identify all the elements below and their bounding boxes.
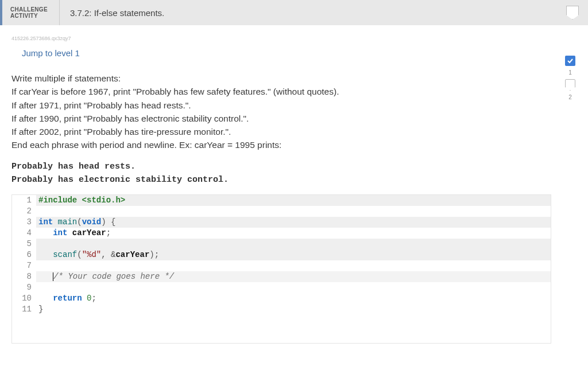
- code-text[interactable]: /* Your code goes here */: [36, 271, 174, 282]
- code-text[interactable]: [36, 282, 38, 293]
- code-text[interactable]: [36, 206, 38, 217]
- code-text[interactable]: #include <stdio.h>: [36, 195, 125, 206]
- code-text[interactable]: scanf("%d", &carYear);: [36, 249, 159, 260]
- code-text[interactable]: [36, 239, 38, 249]
- question-id: 415226.2573686.qx3zqy7: [11, 36, 579, 41]
- code-text[interactable]: int carYear;: [36, 228, 111, 239]
- instruction-line: If after 1971, print "Probably has head …: [11, 99, 540, 112]
- code-text[interactable]: return 0;: [36, 293, 96, 304]
- line-number: 1: [12, 195, 36, 206]
- instruction-line: Write multiple if statements:: [11, 72, 540, 85]
- step-2-checkbox[interactable]: [565, 79, 575, 91]
- line-number: 5: [12, 239, 36, 249]
- line-number: 7: [12, 260, 36, 271]
- header-tag-icon: [566, 6, 579, 20]
- line-number: 2: [12, 206, 36, 217]
- code-text[interactable]: int main(void) {: [36, 217, 115, 228]
- content-area: 415226.2573686.qx3zqy7 Jump to level 1 W…: [0, 25, 588, 344]
- step-2-number: 2: [568, 94, 572, 100]
- example-line: Probably has electronic stability contro…: [11, 173, 579, 186]
- line-number: 9: [12, 282, 36, 293]
- line-number: 6: [12, 249, 36, 260]
- activity-header: CHALLENGE ACTIVITY 3.7.2: If-else statem…: [0, 0, 588, 25]
- code-text[interactable]: }: [36, 304, 43, 315]
- step-1-checkbox[interactable]: [565, 56, 575, 66]
- instruction-line: If after 2002, print "Probably has tire-…: [11, 125, 540, 138]
- line-number: 4: [12, 228, 36, 239]
- challenge-badge-line2: ACTIVITY: [10, 13, 51, 20]
- instructions-block: Write multiple if statements: If carYear…: [11, 72, 540, 152]
- progress-steps: 1 2: [565, 56, 575, 100]
- example-line: Probably has head rests.: [11, 160, 579, 173]
- line-number: 3: [12, 217, 36, 228]
- challenge-badge: CHALLENGE ACTIVITY: [2, 0, 60, 25]
- instruction-line: End each phrase with period and newline.…: [11, 138, 540, 151]
- code-editor[interactable]: 1 #include <stdio.h> 2 3 int main(void) …: [11, 194, 551, 344]
- code-text[interactable]: [36, 260, 38, 271]
- line-number: 11: [12, 304, 36, 315]
- instruction-line: If carYear is before 1967, print "Probab…: [11, 85, 540, 98]
- activity-title: 3.7.2: If-else statements.: [60, 8, 566, 18]
- step-1-number: 1: [568, 69, 572, 76]
- jump-to-level-link[interactable]: Jump to level 1: [22, 48, 579, 58]
- example-output: Probably has head rests. Probably has el…: [11, 160, 579, 187]
- line-number: 10: [12, 293, 36, 304]
- challenge-badge-line1: CHALLENGE: [10, 6, 51, 13]
- instruction-line: If after 1990, print "Probably has elect…: [11, 112, 540, 125]
- line-number: 8: [12, 271, 36, 282]
